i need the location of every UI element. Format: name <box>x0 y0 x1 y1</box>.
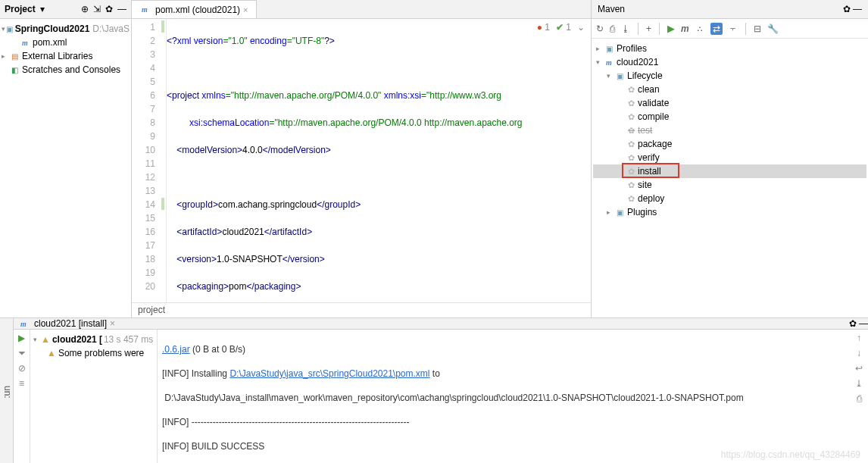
maven-goal-site[interactable]: ✿site <box>593 178 866 192</box>
editor-indicators: ● 1 ✔ 1 ⌄ <box>537 22 585 33</box>
editor-tabs: m pom.xml (cloud2021) × <box>132 0 591 19</box>
run-warning-item[interactable]: ▲ Some problems were <box>33 346 154 360</box>
gear-icon: ✿ <box>628 139 635 149</box>
maven-module[interactable]: ▾mcloud2021 <box>593 55 866 69</box>
editor-body[interactable]: ● 1 ✔ 1 ⌄ 12 34 56 78 910 1112 1314 1516… <box>132 19 591 302</box>
watermark: https://blog.csdn.net/qq_43284469 <box>721 449 860 460</box>
run-console[interactable]: .0.6.jar (0 B at 0 B/s) [INFO] Installin… <box>158 330 850 463</box>
maven-profiles[interactable]: ▸▣Profiles <box>593 42 866 55</box>
maven-lifecycle[interactable]: ▾▣Lifecycle <box>593 69 866 83</box>
skip-tests-icon[interactable]: ⛬ <box>695 23 704 34</box>
project-title: Project <box>5 4 36 14</box>
download-icon[interactable]: ⭳ <box>621 23 630 34</box>
gear-icon: ✿ <box>628 180 635 190</box>
dropdown-icon[interactable]: ▾ <box>40 4 45 14</box>
check-icon: ✔ <box>556 22 564 33</box>
maven-panel: Maven ✿ — ↻ ⎙ ⭳ + ▶ m ⛬ ⇄ ⫟ ⊟ 🔧 ▸▣Profil… <box>591 0 868 318</box>
down-icon[interactable]: ↓ <box>857 348 861 358</box>
maven-toolbar: ↻ ⎙ ⭳ + ▶ m ⛬ ⇄ ⫟ ⊟ 🔧 <box>592 19 868 39</box>
run-tab[interactable]: m cloud2021 [install] × <box>18 318 115 329</box>
maven-icon: m <box>18 318 29 329</box>
run-root[interactable]: ▾▲ cloud2021 [ 13 s 457 ms <box>33 333 154 346</box>
gear-icon: ✿ <box>628 153 635 163</box>
project-header: Project ▾ ⊕ ⇲ ✿ — <box>0 0 131 19</box>
gear-icon: ✿ <box>628 194 635 204</box>
m-icon[interactable]: m <box>681 23 689 34</box>
maven-goal-install[interactable]: ✿install <box>593 164 866 178</box>
console-toolbar: ↑ ↓ ↩ ⤓ ⎙ <box>850 330 868 463</box>
maven-goal-validate[interactable]: ✿validate <box>593 96 866 110</box>
maven-plugins[interactable]: ▸▣Plugins <box>593 205 866 219</box>
run-tree: ▾▲ cloud2021 [ 13 s 457 ms ▲ Some proble… <box>30 330 158 463</box>
breadcrumb[interactable]: project <box>132 302 591 318</box>
editor-tab-pom[interactable]: m pom.xml (cloud2021) × <box>132 0 257 18</box>
maven-goal-package[interactable]: ✿package <box>593 137 866 151</box>
run-actions: ▶ ⏷ ⊘ ≡ <box>14 330 30 463</box>
more-icon[interactable]: ≡ <box>19 378 24 389</box>
hide-icon[interactable]: — <box>117 4 126 14</box>
maven-goal-verify[interactable]: ✿verify <box>593 151 866 164</box>
dependencies-icon[interactable]: ⫟ <box>729 23 738 34</box>
warning-icon: ▲ <box>47 348 56 358</box>
wrap-icon[interactable]: ↩ <box>855 363 863 374</box>
gear-icon[interactable]: ✿ <box>105 4 113 14</box>
warning-icon: ▲ <box>41 334 50 345</box>
gear-icon: ✿ <box>628 85 635 95</box>
close-icon[interactable]: × <box>243 5 248 14</box>
gear-icon: ✿ <box>628 126 635 136</box>
stop-icon[interactable]: ⊘ <box>18 363 26 374</box>
maven-icon: m <box>139 5 150 15</box>
generate-icon[interactable]: ⎙ <box>610 23 615 34</box>
reload-icon[interactable]: ↻ <box>596 23 604 34</box>
offline-icon[interactable]: ⇄ <box>710 23 723 35</box>
run-icon[interactable]: ▶ <box>18 333 25 343</box>
scratches-consoles[interactable]: ◧ Scratches and Consoles <box>2 63 130 77</box>
close-icon[interactable]: × <box>110 318 115 329</box>
gutter: 12 34 56 78 910 1112 1314 1516 1718 1920 <box>132 19 167 302</box>
collapse-icon[interactable]: ⊟ <box>754 23 761 34</box>
target-icon[interactable]: ⊕ <box>81 4 89 14</box>
gear-icon[interactable]: ✿ <box>843 4 851 14</box>
up-icon[interactable]: ↑ <box>857 333 861 343</box>
filter-icon[interactable]: ⏷ <box>17 348 27 358</box>
maven-title: Maven <box>598 4 625 14</box>
scroll-icon[interactable]: ⤓ <box>855 378 863 389</box>
run-icon[interactable]: ▶ <box>667 23 675 34</box>
maven-tree: ▸▣Profiles ▾mcloud2021 ▾▣Lifecycle ✿clea… <box>592 39 868 222</box>
project-tree: ▾▣ SpringCloud2021 D:\JavaS m pom.xml ▸▤… <box>0 19 131 80</box>
code-area[interactable]: <?xml version="1.0" encoding="UTF-8"?> <… <box>167 19 591 302</box>
project-root[interactable]: ▾▣ SpringCloud2021 D:\JavaS <box>2 22 130 36</box>
error-icon: ● <box>537 22 542 33</box>
maven-goal-deploy[interactable]: ✿deploy <box>593 192 866 205</box>
maven-goal-compile[interactable]: ✿compile <box>593 110 866 124</box>
project-panel: Project ▾ ⊕ ⇲ ✿ — ▾▣ SpringCloud2021 D:\… <box>0 0 132 318</box>
external-libraries[interactable]: ▸▤ External Libraries <box>2 49 130 63</box>
editor-panel: m pom.xml (cloud2021) × ● 1 ✔ 1 ⌄ 12 34 … <box>132 0 591 318</box>
project-pom[interactable]: m pom.xml <box>2 36 130 49</box>
add-icon[interactable]: + <box>646 23 651 34</box>
chevron-icon[interactable]: ⌄ <box>577 22 585 33</box>
gear-icon: ✿ <box>628 112 635 122</box>
maven-header: Maven ✿ — <box>592 0 868 19</box>
maven-goal-test[interactable]: ✿test <box>593 124 866 137</box>
hide-icon[interactable]: — <box>853 4 862 14</box>
print-icon[interactable]: ⎙ <box>857 393 862 404</box>
gear-icon[interactable]: ✿ <box>849 318 857 329</box>
run-side-label: un: <box>0 318 14 463</box>
gear-icon: ✿ <box>628 167 635 177</box>
run-panel: un: m cloud2021 [install] × ✿ — ▶ ⏷ ⊘ ≡ … <box>0 318 868 463</box>
wrench-icon[interactable]: 🔧 <box>767 23 779 34</box>
gear-icon: ✿ <box>628 99 635 108</box>
run-tabs: m cloud2021 [install] × ✿ — <box>14 318 868 330</box>
expand-icon[interactable]: ⇲ <box>93 4 101 14</box>
maven-goal-clean[interactable]: ✿clean <box>593 83 866 96</box>
hide-icon[interactable]: — <box>859 318 868 329</box>
